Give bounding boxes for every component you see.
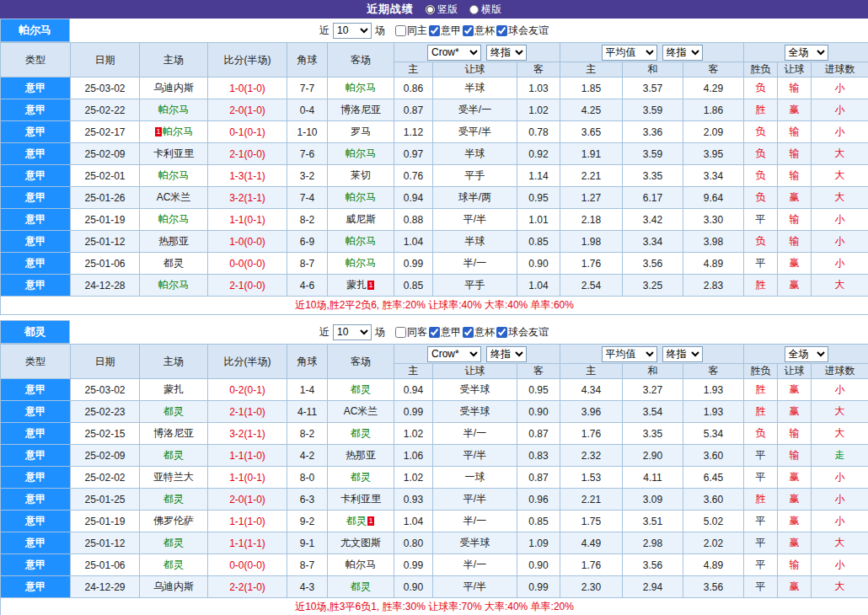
away-team-name: 都灵	[351, 471, 371, 483]
ah-home-odds: 0.88	[394, 209, 433, 231]
col-header-ah-handicap: 让球	[433, 364, 517, 379]
asian-odds-time-select[interactable]: 终指	[486, 45, 527, 61]
home-team-name: 乌迪内斯	[153, 82, 194, 94]
ah-handicap: 一球	[433, 467, 517, 489]
ah-handicap: 平/半	[433, 209, 517, 231]
col-header-eu-home: 主	[560, 364, 623, 379]
bookmaker-select[interactable]: Crow*	[427, 346, 481, 362]
filter-option-3[interactable]: 球会友谊	[496, 325, 549, 340]
asian-odds-time-select[interactable]: 终指	[486, 346, 527, 362]
radio-horizontal-input[interactable]	[469, 5, 479, 14]
match-score: 0-2(0-1)	[208, 379, 287, 401]
match-date: 25-01-06	[71, 554, 140, 576]
match-count-select[interactable]: 10	[333, 23, 372, 39]
ah-handicap: 受半球	[433, 532, 517, 554]
league-badge: 意甲	[1, 121, 71, 143]
filter-checkbox[interactable]	[429, 25, 440, 36]
layout-radio-vertical[interactable]: 竖版	[426, 3, 458, 17]
layout-radio-horizontal[interactable]: 横版	[469, 3, 501, 17]
ah-home-odds: 0.80	[394, 532, 433, 554]
eu-home-odds: 1.76	[560, 423, 623, 445]
radio-vertical-label: 竖版	[437, 3, 458, 17]
ah-home-odds: 0.76	[394, 165, 433, 187]
away-team-name: 罗马	[351, 126, 371, 137]
match-date: 25-02-23	[71, 401, 140, 423]
eu-home-odds: 2.30	[560, 576, 623, 598]
col-header-eu-away: 客	[683, 364, 744, 379]
europe-odds-time-select[interactable]: 终指	[662, 45, 703, 61]
match-score: 2-1(0-0)	[208, 143, 287, 165]
handicap-result: 赢	[778, 401, 812, 423]
filter-checkbox[interactable]	[463, 25, 474, 36]
filter-option-0[interactable]: 同主	[395, 24, 427, 38]
eu-home-odds: 2.18	[560, 209, 623, 231]
europe-average-select[interactable]: 平均值	[602, 346, 657, 362]
filter-checkbox[interactable]	[496, 25, 507, 36]
filter-checkbox[interactable]	[496, 327, 507, 338]
eu-away-odds: 3.95	[683, 143, 744, 165]
eu-home-odds: 3.65	[560, 121, 623, 143]
radio-vertical-input[interactable]	[426, 5, 435, 14]
match-date: 25-02-01	[71, 165, 140, 187]
eu-away-odds: 4.89	[683, 554, 744, 576]
goals-result: 小	[812, 489, 868, 511]
eu-draw-odds: 3.27	[623, 379, 683, 401]
filter-checkbox[interactable]	[395, 327, 406, 338]
col-header-ah-away: 客	[517, 62, 560, 78]
home-team-cell: 都灵	[140, 532, 208, 554]
europe-odds-time-select[interactable]: 终指	[662, 346, 703, 362]
col-header-corner: 角球	[287, 345, 328, 379]
ah-away-odds: 1.01	[517, 209, 560, 231]
col-header-away: 客场	[328, 43, 394, 78]
scope-select[interactable]: 全场	[785, 45, 828, 61]
filter-option-2[interactable]: 意杯	[463, 325, 495, 340]
match-score: 1-1(1-1)	[208, 532, 287, 554]
match-date: 25-01-06	[71, 253, 140, 275]
ah-handicap: 半球	[433, 78, 517, 99]
eu-away-odds: 2.83	[683, 275, 744, 297]
match-date: 25-02-02	[71, 467, 140, 489]
eu-draw-odds: 2.98	[623, 532, 683, 554]
winloss-result: 负	[744, 121, 778, 143]
home-team-cell: 博洛尼亚	[140, 423, 208, 445]
col-header-score: 比分(半场)	[208, 345, 287, 379]
winloss-result: 平	[744, 511, 778, 532]
filter-checkbox[interactable]	[463, 327, 474, 338]
ah-home-odds: 0.94	[394, 187, 433, 209]
away-team-name: 帕尔马	[346, 82, 376, 94]
goals-result: 小	[812, 231, 868, 253]
home-team-name: 博洛尼亚	[153, 427, 194, 439]
bookmaker-select[interactable]: Crow*	[427, 45, 481, 61]
col-header-ah-home: 主	[394, 62, 433, 78]
filter-option-0[interactable]: 同客	[395, 325, 427, 340]
ah-home-odds: 1.02	[394, 467, 433, 489]
home-team-cell: 帕尔马	[140, 165, 208, 187]
filter-option-2[interactable]: 意杯	[463, 24, 495, 38]
result-scope-header: 全场	[744, 43, 868, 62]
home-team-cell: 帕尔马	[140, 209, 208, 231]
winloss-result: 平	[744, 532, 778, 554]
winloss-result: 胜	[744, 489, 778, 511]
eu-draw-odds: 3.09	[623, 489, 683, 511]
filter-option-1[interactable]: 意甲	[429, 325, 461, 340]
europe-average-select[interactable]: 平均值	[602, 45, 657, 61]
ah-home-odds: 1.04	[394, 511, 433, 532]
filter-checkbox[interactable]	[395, 25, 406, 36]
goals-result: 小	[812, 253, 868, 275]
match-score: 0-0(0-0)	[208, 554, 287, 576]
away-team-cell: 帕尔马	[328, 78, 394, 99]
col-header-ah-handicap: 让球	[433, 62, 517, 78]
scope-select[interactable]: 全场	[785, 346, 828, 362]
ah-away-odds: 0.87	[517, 423, 560, 445]
filter-option-3[interactable]: 球会友谊	[496, 24, 549, 38]
corner-count: 1-4	[287, 379, 328, 401]
corner-count: 8-2	[287, 209, 328, 231]
ah-handicap: 受半/一	[433, 99, 517, 121]
filter-checkbox[interactable]	[429, 327, 440, 338]
match-count-select[interactable]: 10	[333, 324, 372, 340]
col-header-handicap-result: 让球	[778, 364, 812, 379]
goals-result: 大	[812, 143, 868, 165]
ah-away-odds: 0.99	[517, 576, 560, 598]
filter-option-1[interactable]: 意甲	[429, 24, 461, 38]
home-team-cell: 1帕尔马	[140, 121, 208, 143]
